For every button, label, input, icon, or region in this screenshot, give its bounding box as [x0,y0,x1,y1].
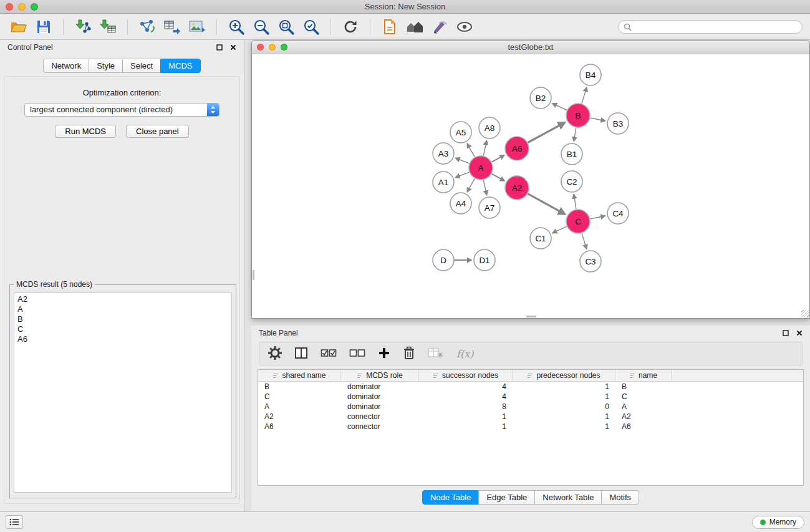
mcds-result-list[interactable]: A2ABCA6 [14,293,232,493]
graph-edge-A-A7[interactable] [483,180,486,195]
optimization-criterion-dropdown[interactable]: largest connected component (directed) [24,103,219,117]
column-header-MCDS-role[interactable]: MCDS role [341,370,419,381]
column-header-name[interactable]: name [615,370,672,381]
graph-node-D1[interactable]: D1 [474,249,495,271]
zoom-selected-icon[interactable] [300,16,322,37]
column-header-successor-nodes[interactable]: successor nodes [419,370,513,381]
zoom-window-button[interactable] [31,3,38,11]
save-session-icon[interactable] [32,16,55,37]
run-mcds-button[interactable]: Run MCDS [55,125,116,138]
gear-icon[interactable] [268,346,282,362]
graph-edge-A-A2[interactable] [492,174,504,181]
graph-node-A8[interactable]: A8 [479,117,500,138]
show-panel-icon[interactable] [378,16,401,37]
graph-node-A1[interactable]: A1 [433,172,454,193]
tab-motifs[interactable]: Motifs [601,490,639,505]
zoom-network-window-button[interactable] [281,44,287,51]
add-column-icon[interactable] [378,347,390,361]
graph-node-A6[interactable]: A6 [505,137,529,160]
mcds-result-item[interactable]: A2 [17,294,228,304]
graph-edge-A6-B[interactable] [528,122,565,142]
close-table-panel-icon[interactable] [796,330,803,336]
graph-node-A7[interactable]: A7 [479,197,500,218]
toggle-column-icon[interactable] [294,347,308,361]
graph-node-B2[interactable]: B2 [530,87,551,109]
graph-edge-B-B3[interactable] [591,118,605,121]
mcds-result-item[interactable]: A6 [17,334,228,344]
tab-mcds[interactable]: MCDS [160,59,200,73]
graph-node-A4[interactable]: A4 [450,193,471,214]
graph-node-C2[interactable]: C2 [561,171,582,192]
graph-edge-C-C1[interactable] [552,226,567,233]
style-tool-icon[interactable] [428,16,451,37]
float-table-panel-icon[interactable] [783,330,789,336]
graph-edge-B-B1[interactable] [574,128,576,142]
column-header-predecessor-nodes[interactable]: predecessor nodes [513,370,615,381]
tab-select[interactable]: Select [122,59,161,73]
graph-node-A3[interactable]: A3 [433,143,454,164]
zoom-fit-icon[interactable] [275,16,297,37]
search-input[interactable] [635,22,797,31]
graph-edge-C-C4[interactable] [591,216,605,219]
mcds-result-item[interactable]: B [17,314,228,324]
first-neighbors-icon[interactable] [136,16,158,37]
close-panel-button[interactable]: Close panel [126,125,189,138]
graph-edge-A-A5[interactable] [467,143,475,157]
graph-node-B3[interactable]: B3 [607,113,629,134]
table-row[interactable]: A2connector11A2 [258,412,803,422]
home-icon[interactable] [403,16,426,37]
export-table-icon[interactable] [161,16,183,37]
graph-node-C3[interactable]: C3 [580,251,601,272]
graph-node-C4[interactable]: C4 [607,203,629,224]
graph-edge-A-A3[interactable] [456,158,470,163]
graph-edge-A-A6[interactable] [492,155,504,162]
minimize-window-button[interactable] [18,3,26,11]
network-canvas[interactable]: AA6A2BCA5A8A3A1A4A7B2B4B3B1C2C4C1C3DD1 [252,55,809,318]
search-box[interactable] [618,20,803,34]
float-panel-icon[interactable] [216,44,223,51]
export-image-icon[interactable] [186,16,208,37]
function-builder-icon[interactable]: f(x) [456,348,473,360]
select-all-icon[interactable] [321,348,337,360]
network-graph[interactable]: AA6A2BCA5A8A3A1A4A7B2B4B3B1C2C4C1C3DD1 [252,55,809,318]
graph-edge-C-C3[interactable] [582,233,587,249]
graph-edge-A-A1[interactable] [456,172,470,177]
import-network-icon[interactable] [72,16,94,37]
graph-edge-A2-C[interactable] [528,194,566,215]
network-window-titlebar[interactable]: testGlobe.txt [252,41,809,54]
minimize-network-window-button[interactable] [269,44,276,51]
graph-node-B4[interactable]: B4 [580,64,601,85]
delete-column-icon[interactable] [403,346,415,362]
close-network-window-button[interactable] [257,44,264,51]
graph-node-A2[interactable]: A2 [505,176,529,200]
mcds-result-item[interactable]: A [17,304,228,314]
table-row[interactable]: Cdominator41C [258,392,803,402]
table-row[interactable]: Bdominator41B [258,382,803,392]
graph-edge-C-C2[interactable] [574,195,576,210]
zoom-out-icon[interactable] [250,16,272,37]
graph-node-A5[interactable]: A5 [450,122,471,143]
graph-edge-B-B4[interactable] [582,87,587,104]
table-row[interactable]: Adominator80A [258,402,803,412]
graph-node-C[interactable]: C [566,210,590,233]
tab-edge-table[interactable]: Edge Table [478,490,535,505]
close-panel-icon[interactable] [230,44,236,51]
graph-node-B[interactable]: B [566,104,590,127]
apply-layout-icon[interactable] [339,16,362,37]
vertical-scrollbar-thumb[interactable] [253,270,254,280]
deselect-all-icon[interactable] [349,348,365,360]
import-table-icon[interactable] [97,16,119,37]
graph-node-A[interactable]: A [469,156,493,180]
horizontal-scrollbar-thumb[interactable] [526,316,536,317]
tab-network-table[interactable]: Network Table [534,490,602,505]
memory-button[interactable]: Memory [752,516,804,529]
open-session-icon[interactable] [7,16,30,37]
mcds-result-item[interactable]: C [17,324,228,334]
graph-edge-A-A8[interactable] [483,141,486,156]
tab-network[interactable]: Network [43,59,89,73]
column-header-shared-name[interactable]: shared name [258,370,341,381]
zoom-in-icon[interactable] [225,16,248,37]
panel-menu-button[interactable] [6,515,23,529]
resize-grip-icon[interactable] [801,310,809,317]
tab-node-table[interactable]: Node Table [422,490,480,505]
